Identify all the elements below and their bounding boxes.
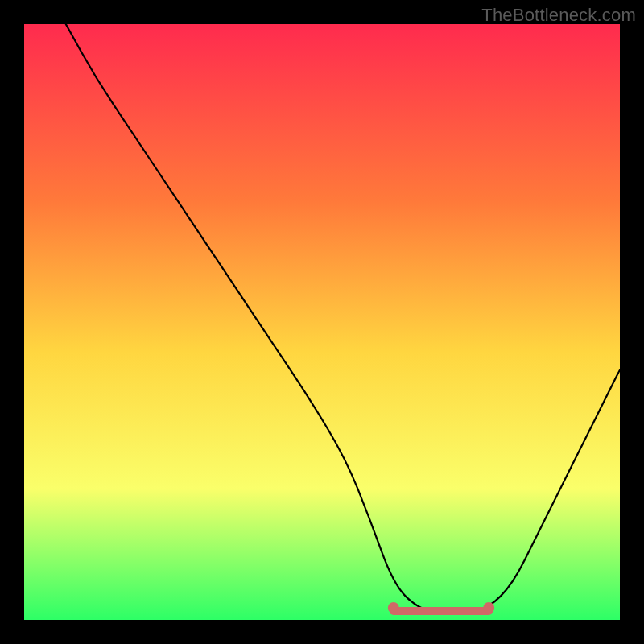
- optimal-range-start-dot: [388, 602, 399, 613]
- chart-frame: TheBottleneck.com: [0, 0, 644, 644]
- watermark-text: TheBottleneck.com: [481, 5, 636, 26]
- plot-area: [24, 24, 620, 620]
- gradient-background: [24, 24, 620, 620]
- plot-svg: [24, 24, 620, 620]
- optimal-range-end-dot: [483, 602, 494, 613]
